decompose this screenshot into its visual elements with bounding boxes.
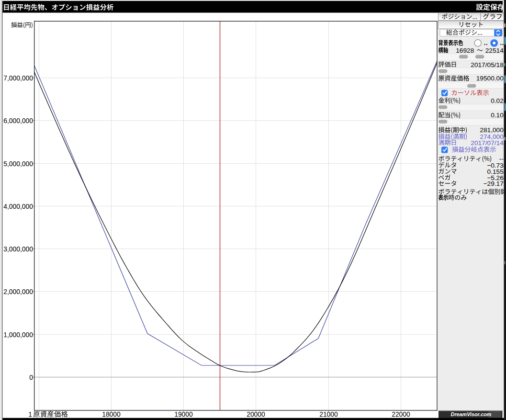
svg-text:6,000,000: 6,000,000 [3, 117, 33, 125]
svg-text:3,000,000: 3,000,000 [3, 245, 33, 253]
svg-text:1: 1 [28, 410, 32, 418]
svg-text:16928: 16928 [456, 47, 474, 54]
svg-text:18000: 18000 [102, 410, 121, 418]
svg-text:1,000,000: 1,000,000 [3, 331, 33, 339]
svg-text:0.02: 0.02 [491, 97, 504, 104]
svg-text:DreamVisor.com: DreamVisor.com [451, 411, 492, 417]
svg-text:0.10: 0.10 [491, 112, 504, 119]
svg-text:7,000,000: 7,000,000 [3, 74, 33, 82]
svg-text:2017/07/14: 2017/07/14 [471, 139, 504, 147]
svg-text:2017/05/18: 2017/05/18 [471, 61, 504, 68]
svg-text:22514: 22514 [485, 47, 504, 54]
svg-text:0: 0 [29, 374, 33, 381]
svg-text:2,000,000: 2,000,000 [3, 288, 33, 295]
svg-text:19500.00: 19500.00 [476, 75, 504, 82]
svg-text:−29.17: −29.17 [484, 180, 504, 187]
svg-text:20000: 20000 [247, 410, 265, 418]
svg-text:4,000,000: 4,000,000 [3, 203, 33, 210]
svg-text:5,000,000: 5,000,000 [3, 160, 33, 168]
svg-text:19000: 19000 [174, 410, 193, 418]
svg-text:21000: 21000 [319, 410, 338, 418]
svg-text:22000: 22000 [392, 410, 410, 418]
